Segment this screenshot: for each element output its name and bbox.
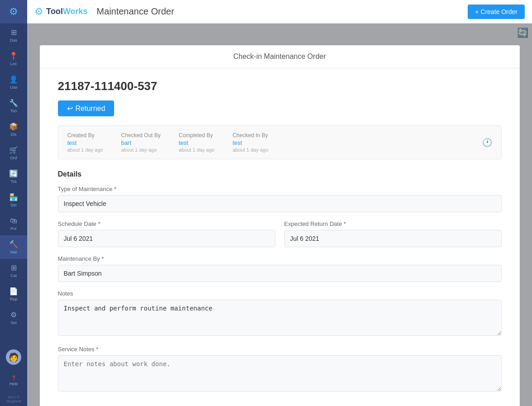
sidebar-item-label: Too <box>10 109 17 113</box>
type-of-maintenance-input[interactable] <box>58 195 502 212</box>
catalog-icon: ⊞ <box>11 263 17 272</box>
created-by-label: Created By <box>67 132 103 139</box>
workflow-checked-out-by: Checked Out By bart about 1 day ago <box>121 132 160 153</box>
sidebar-item-stores[interactable]: 🏪 Sto <box>0 188 27 212</box>
details-heading: Details <box>58 170 502 178</box>
location-icon: 📍 <box>9 52 18 60</box>
sidebar-item-orders[interactable]: 🛒 Ord <box>0 141 27 165</box>
workflow-completed-by: Completed By test about 1 day ago <box>179 132 215 153</box>
sidebar-item-label: Sto <box>10 203 17 207</box>
sidebar-item-purchases[interactable]: 🛍 Pur <box>0 212 27 235</box>
created-by-user[interactable]: test <box>67 139 103 146</box>
modal: Check-in Maintenance Order 21187-111400-… <box>40 45 520 406</box>
checked-in-by-user[interactable]: test <box>233 139 268 146</box>
modal-title: Check-in Maintenance Order <box>233 53 326 60</box>
brand-name: ToolWorks <box>46 7 87 16</box>
brand-tool: Tool <box>46 7 63 16</box>
top-header: ⚙ ToolWorks Maintenance Order + Create O… <box>27 0 532 24</box>
checked-in-by-time: about 1 day ago <box>233 147 268 153</box>
schedule-date-group: Schedule Date * <box>58 220 275 247</box>
reports-icon: 📄 <box>9 287 18 296</box>
service-notes-group: Service Notes * <box>58 346 502 393</box>
sidebar-item-label: Mai <box>10 250 17 254</box>
maintenance-by-input[interactable] <box>58 265 502 282</box>
sidebar-item-label: Rep <box>10 297 18 301</box>
copyright-text: 2021 © Meghsoft <box>0 392 27 406</box>
dispatch-icon: 📦 <box>9 122 18 131</box>
brand-gear-icon: ⚙ <box>34 6 43 18</box>
checked-in-by-label: Checked In By <box>233 132 268 139</box>
expected-return-date-input[interactable] <box>284 230 502 247</box>
sidebar-item-label: Dis <box>11 132 17 137</box>
schedule-date-label: Schedule Date * <box>58 220 275 227</box>
checked-out-by-time: about 1 day ago <box>121 147 160 153</box>
avatar[interactable]: 🧑 <box>0 345 27 369</box>
main-area: ⚙ ToolWorks Maintenance Order + Create O… <box>27 0 532 406</box>
checked-out-by-user[interactable]: bart <box>121 139 160 146</box>
transfers-icon: 🔄 <box>9 169 18 178</box>
service-notes-textarea[interactable] <box>58 355 502 392</box>
dates-row: Schedule Date * Expected Return Date * <box>58 220 502 255</box>
avatar-circle: 🧑 <box>6 349 21 365</box>
help-label: Help <box>10 382 18 386</box>
checked-out-by-label: Checked Out By <box>121 132 160 139</box>
sidebar-item-label: Use <box>10 85 17 90</box>
status-icon: ↩ <box>67 104 73 113</box>
expected-return-date-label: Expected Return Date * <box>284 220 502 227</box>
app-brand: ⚙ ToolWorks <box>34 6 87 18</box>
notes-group: Notes Inspect and perform routine mainte… <box>58 290 502 338</box>
tool-icon: 🔧 <box>9 99 18 107</box>
purchases-icon: 🛍 <box>10 217 17 225</box>
sidebar-item-tools[interactable]: 🔧 Too <box>0 94 27 118</box>
notes-label: Notes <box>58 290 502 297</box>
sidebar-item-dispatch[interactable]: 📦 Dis <box>0 118 27 141</box>
schedule-date-input[interactable] <box>58 230 275 247</box>
page-title: Maintenance Order <box>96 6 174 17</box>
sidebar-item-label: Das <box>10 38 17 43</box>
completed-by-time: about 1 day ago <box>179 147 215 153</box>
modal-overlay: Check-in Maintenance Order 21187-111400-… <box>27 24 532 406</box>
type-of-maintenance-group: Type of Maintenance * <box>58 186 502 212</box>
sidebar-item-users[interactable]: 👤 Use <box>0 71 27 94</box>
user-icon: 👤 <box>9 75 18 84</box>
sidebar-item-catalog[interactable]: ⊞ Cat <box>0 259 27 282</box>
notes-textarea[interactable]: Inspect and perform routine maintenance <box>58 300 502 336</box>
type-of-maintenance-label: Type of Maintenance * <box>58 186 502 192</box>
completed-by-user[interactable]: test <box>179 139 215 146</box>
settings-icon: ⚙ <box>10 310 17 319</box>
sidebar-item-transfers[interactable]: 🔄 Tra <box>0 165 27 188</box>
sidebar-item-dashboard[interactable]: ⊞ Das <box>0 24 27 47</box>
sidebar-item-label: Set <box>10 320 17 325</box>
sidebar-item-label: Cat <box>10 273 17 278</box>
completed-by-label: Completed By <box>179 132 215 139</box>
history-icon[interactable]: 🕐 <box>482 138 492 148</box>
orders-icon: 🛒 <box>9 146 18 154</box>
sidebar-item-help[interactable]: ❓ Help <box>0 369 27 392</box>
workflow-bar: Created By test about 1 day ago Checked … <box>58 125 502 159</box>
sidebar-logo: ⚙ <box>0 0 27 24</box>
created-by-time: about 1 day ago <box>67 147 103 153</box>
sidebar-item-settings[interactable]: ⚙ Set <box>0 306 27 330</box>
sidebar-item-maintenance[interactable]: 🔨 Mai <box>0 235 27 259</box>
sidebar-item-label: Loc <box>10 62 17 66</box>
gear-icon: ⚙ <box>9 6 18 18</box>
service-notes-label: Service Notes * <box>58 346 502 353</box>
sidebar-item-reports[interactable]: 📄 Rep <box>0 282 27 306</box>
sidebar-item-label: Pur <box>10 226 17 231</box>
workflow-created-by: Created By test about 1 day ago <box>67 132 103 153</box>
sidebar-item-label: Tra <box>10 179 16 184</box>
status-label: Returned <box>76 105 105 113</box>
sidebar: ⚙ ⊞ Das 📍 Loc 👤 Use 🔧 Too 📦 Dis 🛒 Ord 🔄 … <box>0 0 27 406</box>
sidebar-bottom: 🧑 ❓ Help 2021 © Meghsoft <box>0 345 27 406</box>
create-order-button[interactable]: + Create Order <box>468 5 525 19</box>
modal-header: Check-in Maintenance Order <box>40 45 520 68</box>
workflow-checked-in-by: Checked In By test about 1 day ago <box>233 132 268 153</box>
sidebar-item-locations[interactable]: 📍 Loc <box>0 47 27 71</box>
maintenance-by-label: Maintenance By * <box>58 255 502 262</box>
modal-body: 21187-111400-537 ↩ Returned Created By t… <box>40 68 520 406</box>
maintenance-by-group: Maintenance By * <box>58 255 502 282</box>
help-icon: ❓ <box>11 376 16 380</box>
status-badge: ↩ Returned <box>58 100 115 116</box>
sidebar-item-label: Ord <box>10 156 17 160</box>
expected-return-date-group: Expected Return Date * <box>284 220 502 247</box>
